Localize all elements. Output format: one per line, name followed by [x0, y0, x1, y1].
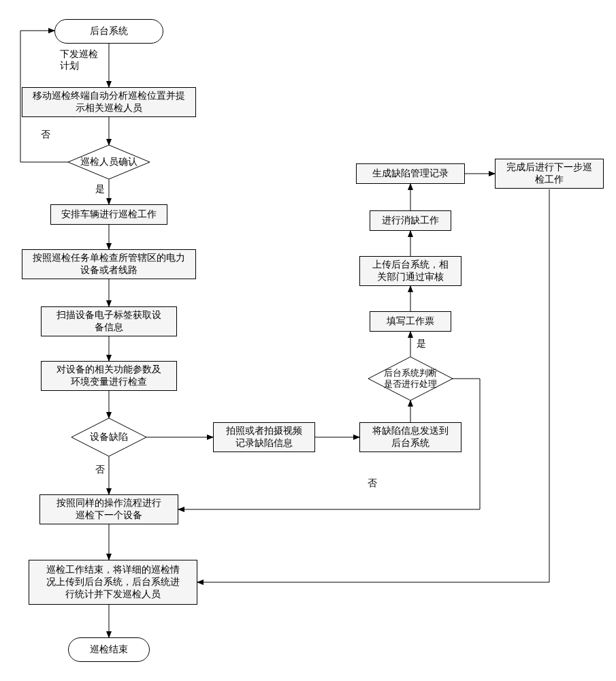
analyze-label: 移动巡检终端自动分析巡检位置并提示相关巡检人员: [33, 90, 185, 114]
upload-label: 上传后台系统，相关部门通过审核: [372, 259, 449, 283]
flowchart-canvas: 下发巡检计划 否 是 否 是 否 后台系统 移动巡检终端自动分析巡检位置并提示相…: [0, 0, 616, 681]
box-nextdev: 按照同样的操作流程进行巡检下一个设备: [39, 494, 178, 524]
diamond-confirm: 巡检人员确认: [68, 145, 150, 179]
box-ticket: 填写工作票: [370, 311, 451, 332]
box-photo: 拍照或者拍摄视频记录缺陷信息: [213, 422, 315, 452]
box-send: 将缺陷信息发送到后台系统: [359, 422, 461, 452]
box-taskcheck: 按照巡检任务单检查所管辖区的电力设备或者线路: [22, 249, 196, 279]
terminator-end: 巡检结束: [68, 637, 150, 662]
box-nextwork: 完成后进行下一步巡检工作: [495, 159, 604, 189]
send-label: 将缺陷信息发送到后台系统: [372, 425, 449, 449]
box-scan: 扫描设备电子标签获取设备信息: [41, 306, 177, 336]
terminator-start: 后台系统: [54, 19, 163, 44]
nextdev-label: 按照同样的操作流程进行巡检下一个设备: [56, 497, 161, 522]
box-params: 对设备的相关功能参数及环境变量进行检查: [41, 361, 177, 391]
box-upload: 上传后台系统，相关部门通过审核: [359, 256, 461, 286]
elim-label: 进行消缺工作: [382, 215, 439, 227]
edge-label-defect-no: 否: [95, 464, 105, 476]
box-arrange: 安排车辆进行巡检工作: [50, 204, 167, 225]
diamond-defect: 设备缺陷: [71, 418, 146, 456]
edge-label-judge-no: 否: [368, 478, 377, 490]
diamond-judge: 后台系统判断是否进行处理: [368, 357, 453, 400]
edge-label-confirm-yes: 是: [95, 184, 105, 195]
defect-label: 设备缺陷: [90, 432, 128, 443]
end-label: 巡检结束: [90, 644, 128, 656]
scan-label: 扫描设备电子标签获取设备信息: [56, 309, 161, 334]
ticket-label: 填写工作票: [387, 315, 434, 328]
confirm-label: 巡检人员确认: [80, 157, 137, 168]
box-elim: 进行消缺工作: [370, 210, 451, 231]
start-label: 后台系统: [90, 25, 128, 37]
params-label: 对设备的相关功能参数及环境变量进行检查: [56, 364, 161, 388]
judge-label: 后台系统判断是否进行处理: [384, 368, 437, 389]
edge-label-confirm-no: 否: [41, 129, 50, 141]
nextwork-label: 完成后进行下一步巡检工作: [506, 161, 592, 186]
record-label: 生成缺陷管理记录: [372, 168, 449, 180]
box-finish: 巡检工作结束，将详细的巡检情况上传到后台系统，后台系统进行统计并下发巡检人员: [29, 560, 197, 605]
photo-label: 拍照或者拍摄视频记录缺陷信息: [226, 425, 302, 449]
box-analyze: 移动巡检终端自动分析巡检位置并提示相关巡检人员: [22, 87, 196, 117]
finish-label: 巡检工作结束，将详细的巡检情况上传到后台系统，后台系统进行统计并下发巡检人员: [46, 564, 180, 601]
edge-label-judge-yes: 是: [417, 338, 426, 350]
arrange-label: 安排车辆进行巡检工作: [61, 208, 157, 221]
edge-label-issue-plan: 下发巡检计划: [60, 49, 98, 72]
taskcheck-label: 按照巡检任务单检查所管辖区的电力设备或者线路: [33, 252, 185, 276]
box-record: 生成缺陷管理记录: [356, 163, 465, 184]
